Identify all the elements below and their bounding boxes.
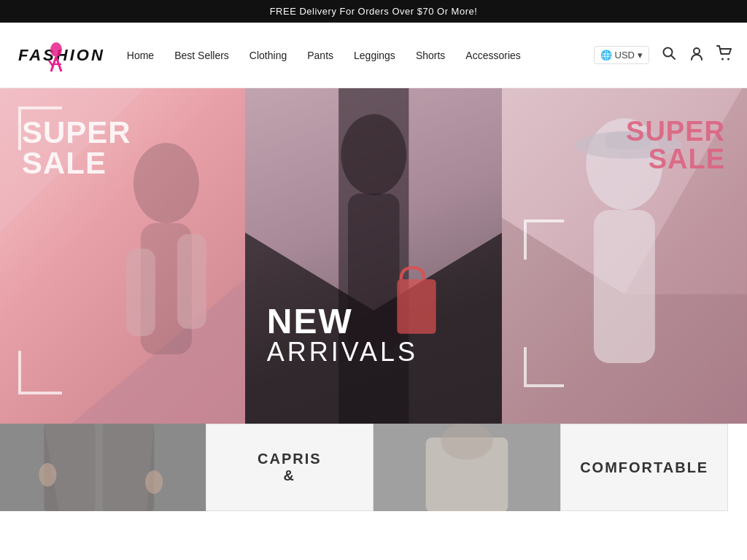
svg-point-13 (133, 143, 199, 223)
nav-item-leggings[interactable]: Leggings (354, 47, 395, 64)
bottom-panel-right[interactable]: COMFORTABLE (374, 424, 747, 511)
bracket-top-right (524, 219, 564, 260)
hero-left-text: SUPER SALE (22, 117, 131, 179)
search-icon (662, 46, 676, 64)
bottom-category-title-right: COMFORTABLE (580, 459, 708, 476)
currency-selector[interactable]: 🌐 USD ▾ (594, 46, 649, 64)
hero-panel-center[interactable]: NEW ARRIVALS (245, 88, 503, 424)
hero-panel-left[interactable]: SUPER SALE (0, 88, 245, 424)
bracket-bottom-decoration (18, 351, 62, 394)
svg-point-8 (721, 58, 724, 61)
user-icon (689, 46, 704, 64)
sale-label-right: SALE (626, 145, 725, 173)
svg-point-9 (727, 58, 729, 61)
svg-point-37 (441, 424, 493, 460)
nav-item-shorts[interactable]: Shorts (416, 47, 445, 64)
svg-point-34 (145, 470, 163, 494)
main-nav: Home Best Sellers Clothing Pants Legging… (127, 47, 594, 64)
user-button[interactable] (689, 47, 705, 63)
bottom-text-left[interactable]: CAPRIS & (206, 424, 374, 511)
chevron-down-icon: ▾ (638, 50, 643, 61)
sale-label: SALE (22, 148, 131, 179)
super-label: SUPER (22, 117, 131, 148)
nav-item-pants[interactable]: Pants (307, 47, 333, 64)
svg-point-0 (50, 42, 62, 57)
svg-point-7 (694, 48, 700, 54)
hero-right-text: SUPER SALE (626, 117, 725, 173)
globe-icon: 🌐 (600, 50, 612, 61)
nav-item-home[interactable]: Home (127, 47, 154, 64)
bottom-section: CAPRIS & COMFORTABLE (0, 424, 747, 511)
arrivals-label: ARRIVALS (267, 339, 418, 365)
hero-left-background: SUPER SALE (0, 88, 245, 424)
bottom-image-right (374, 424, 560, 511)
svg-line-6 (671, 55, 675, 59)
hero-center-background: NEW ARRIVALS (245, 88, 503, 424)
bottom-image-left (0, 424, 206, 511)
logo-icon (45, 42, 67, 75)
bottom-category-title-left: CAPRIS (258, 451, 322, 467)
announcement-text: FREE Delivery For Orders Over $70 Or Mor… (270, 6, 478, 17)
hero-panel-right[interactable]: SUPER SALE (502, 88, 747, 424)
nav-item-clothing[interactable]: Clothing (249, 47, 287, 64)
currency-label: USD (615, 50, 635, 61)
cart-button[interactable] (716, 47, 732, 63)
nav-item-best-sellers[interactable]: Best Sellers (174, 47, 229, 64)
logo[interactable]: FASHION (15, 46, 105, 65)
svg-line-4 (49, 61, 53, 66)
super-label-right: SUPER (626, 117, 725, 145)
cart-icon (716, 45, 732, 65)
svg-point-33 (39, 463, 56, 486)
bottom-category-sub-left: & (284, 467, 295, 484)
hero-section: SUPER SALE (0, 88, 747, 424)
svg-rect-15 (126, 249, 155, 336)
hero-right-background: SUPER SALE (502, 88, 747, 424)
bottom-panel-left[interactable]: CAPRIS & (0, 424, 374, 511)
new-arrivals-text: NEW ARRIVALS (267, 304, 418, 365)
svg-point-20 (341, 114, 406, 195)
svg-rect-27 (594, 210, 655, 363)
svg-rect-16 (177, 234, 206, 329)
bracket-bottom-right (524, 347, 564, 387)
search-button[interactable] (661, 47, 677, 63)
header-actions: 🌐 USD ▾ (594, 46, 732, 64)
bottom-text-right[interactable]: COMFORTABLE (560, 424, 728, 511)
announcement-bar: FREE Delivery For Orders Over $70 Or Mor… (0, 0, 747, 23)
nav-item-accessories[interactable]: Accessories (465, 47, 520, 64)
header: FASHION Home Best Sellers Clothing Pants… (0, 23, 747, 88)
new-label: NEW (267, 304, 418, 339)
